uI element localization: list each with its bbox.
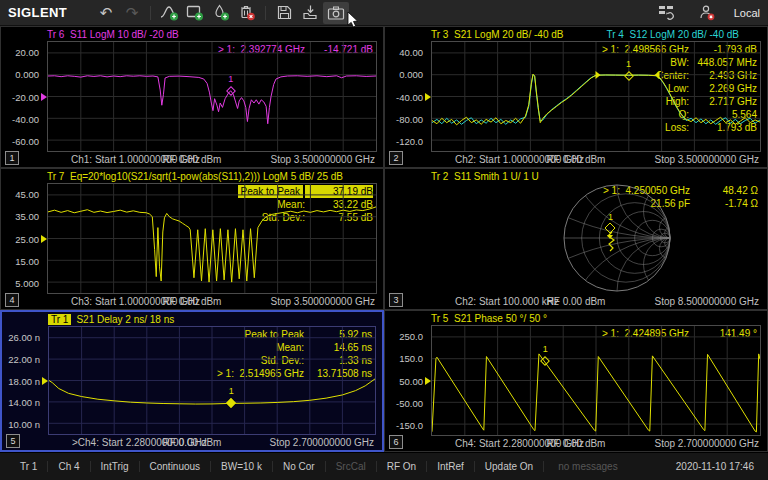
plot-area[interactable]: Peak to Peak5.92 nsMean:14.65 nsStd. Dev… <box>48 326 376 435</box>
trace-plot <box>48 42 376 151</box>
trace-title[interactable]: Tr 2 S11 Smith 1 U/ 1 U <box>431 171 539 182</box>
add-marker-icon[interactable] <box>208 2 234 24</box>
panel-footer: >Ch4: Start 2.280000000 GHzRF 0.00 dBmSt… <box>2 435 382 450</box>
plot-area[interactable]: > 1: 2.498566 GHz-1.793 dBBW:448.057 MHz… <box>431 41 761 152</box>
trace-title[interactable]: Tr 5 S21 Phase 50 °/ 50 ° <box>431 313 547 324</box>
plot-area[interactable]: > 1: 2.392774 GHz-14.721 dB 1 <box>47 41 377 152</box>
rf-power-label: RF 0.00 dBm <box>547 438 606 449</box>
y-axis-label: -120.0 <box>396 135 423 146</box>
sweep-stop-label: Stop 2.700000000 GHz <box>654 438 759 449</box>
window-number-badge[interactable]: 2 <box>389 151 403 165</box>
panel-header[interactable]: Tr 3 S21 LogM 20 dB/ -40 dBTr 4 S12 LogM… <box>385 27 767 41</box>
user-disconnect-icon[interactable] <box>694 2 720 24</box>
toolbar: SIGLENT ↶ ↷ Local <box>0 0 768 26</box>
y-axis-label: 40.00 <box>399 47 423 58</box>
y-axis-label: 0.000 <box>15 69 39 80</box>
window-number-badge[interactable]: 6 <box>389 435 403 449</box>
status-item[interactable]: Continuous <box>140 461 212 472</box>
trace-title[interactable]: S21 Delay 2 ns/ 18 ns <box>76 314 174 325</box>
plot-area[interactable]: > 1: 4.250050 GHz48.42 Ω21.56 pF-1.74 Ω … <box>431 183 761 294</box>
trace-title[interactable]: Tr 3 S21 LogM 20 dB/ -40 dB <box>431 29 563 40</box>
window-5-delay-active[interactable]: Tr 1S21 Delay 2 ns/ 18 ns 26.00 n22.00 n… <box>0 310 384 452</box>
rf-power-label: RF 0.00 dBm <box>163 296 222 307</box>
y-axis: 40.000.000-40.00-80.00-120.0 <box>385 41 431 152</box>
panel-header[interactable]: Tr 2 S11 Smith 1 U/ 1 U <box>385 169 767 183</box>
panel-footer: Ch2: Start 1.000000000 GHzRF 0.00 dBmSto… <box>385 152 767 167</box>
toolbar-separator <box>150 6 151 20</box>
window-1-s11-logmag[interactable]: Tr 6 S11 LogM 10 dB/ -20 dB 20.000.000-2… <box>0 26 384 168</box>
rf-power-label: RF 0.00 dBm <box>547 296 606 307</box>
sweep-stop-label: Stop 3.500000000 GHz <box>270 154 375 165</box>
y-axis-label: -150.0 <box>396 419 423 430</box>
local-mode-label[interactable]: Local <box>734 7 760 19</box>
marker-label: 1 <box>626 59 631 69</box>
undo-icon[interactable]: ↶ <box>93 2 119 24</box>
panel-footer: Ch2: Start 100.000 kHzRF 0.00 dBmStop 8.… <box>385 294 767 309</box>
marker-label: 1 <box>228 74 233 84</box>
status-item[interactable]: IntTrig <box>91 461 140 472</box>
window-6-phase[interactable]: Tr 5 S21 Phase 50 °/ 50 ° 250.0150.050.0… <box>384 310 768 452</box>
sweep-stop-label: Stop 3.500000000 GHz <box>654 154 759 165</box>
recall-icon[interactable] <box>297 2 323 24</box>
sweep-stop-label: Stop 3.500000000 GHz <box>270 296 375 307</box>
y-axis: 26.00 n22.00 n18.00 n14.00 n10.00 n <box>2 326 48 435</box>
trace-title[interactable]: Tr 6 S11 LogM 10 dB/ -20 dB <box>47 29 179 40</box>
bandwidth-edge-marker <box>655 71 660 79</box>
window-number-badge[interactable]: 3 <box>389 293 403 307</box>
window-number-badge[interactable]: 1 <box>5 151 19 165</box>
add-window-icon[interactable] <box>182 2 208 24</box>
y-axis-label: 250.0 <box>399 331 423 342</box>
smith-chart: 1 <box>431 183 761 294</box>
trace-title[interactable]: Tr 7 Eq=20*log10(S21/sqrt(1-pow(abs(S11)… <box>47 171 343 182</box>
panel-footer: Ch3: Start 1.000000000 GHzRF 0.00 dBmSto… <box>1 294 383 309</box>
status-item[interactable]: BW=10 k <box>211 461 273 472</box>
trace-title[interactable]: Tr 1 <box>48 314 71 325</box>
status-bar: Tr 1Ch 4IntTrigContinuousBW=10 kNo CorSr… <box>0 452 768 480</box>
y-axis-label: 15.00 <box>15 255 39 266</box>
y-axis-label: 50.00 <box>399 375 423 386</box>
rf-power-label: RF 0.00 dBm <box>163 437 222 448</box>
y-axis <box>385 183 431 294</box>
trace-title[interactable]: Tr 4 S12 LogM 20 dB/ -40 dB <box>607 29 739 40</box>
y-axis-label: 18.00 n <box>8 375 40 386</box>
y-axis-label: 0.000 <box>399 69 423 80</box>
delete-icon[interactable] <box>234 2 260 24</box>
window-number-badge[interactable]: 5 <box>6 434 20 448</box>
panel-header[interactable]: Tr 7 Eq=20*log10(S21/sqrt(1-pow(abs(S11)… <box>1 169 383 183</box>
window-3-smith-chart[interactable]: Tr 2 S11 Smith 1 U/ 1 U > 1: 4.250050 GH… <box>384 168 768 310</box>
mouse-cursor <box>347 12 358 28</box>
y-axis-label: 150.0 <box>399 353 423 364</box>
marker-label: 1 <box>229 386 234 396</box>
status-datetime: 2020-11-10 17:46 <box>676 461 758 472</box>
y-axis-label: 14.00 n <box>8 397 40 408</box>
window-number-badge[interactable]: 4 <box>5 293 19 307</box>
status-item[interactable]: Update On <box>475 461 544 472</box>
trace-plot <box>432 42 760 151</box>
window-layout-icon[interactable] <box>654 2 680 24</box>
status-item[interactable]: RF On <box>377 461 427 472</box>
panel-header[interactable]: Tr 1S21 Delay 2 ns/ 18 ns <box>2 312 382 326</box>
redo-icon[interactable]: ↷ <box>119 2 145 24</box>
screenshot-icon[interactable] <box>323 2 349 24</box>
plot-area[interactable]: Peak to Peak37.19 dBMean:33.22 dBStd. De… <box>47 183 377 294</box>
y-axis-label: 5.000 <box>15 277 39 288</box>
trace-plot <box>49 327 375 434</box>
panel-header[interactable]: Tr 5 S21 Phase 50 °/ 50 ° <box>385 311 767 325</box>
trace-plot <box>432 326 760 435</box>
panel-header[interactable]: Tr 6 S11 LogM 10 dB/ -20 dB <box>1 27 383 41</box>
status-item[interactable]: SrcCal <box>326 461 377 472</box>
status-item[interactable]: IntRef <box>427 461 475 472</box>
window-4-equation-trace[interactable]: Tr 7 Eq=20*log10(S21/sqrt(1-pow(abs(S11)… <box>0 168 384 310</box>
y-axis-label: -20.00 <box>12 91 39 102</box>
y-axis-label: -60.00 <box>12 135 39 146</box>
toolbar-separator <box>265 6 266 20</box>
save-icon[interactable] <box>271 2 297 24</box>
display-area: Tr 6 S11 LogM 10 dB/ -20 dB 20.000.000-2… <box>0 26 768 452</box>
status-item[interactable]: Ch 4 <box>48 461 90 472</box>
plot-area[interactable]: > 1: 2.424895 GHz141.49 ° 1 <box>431 325 761 436</box>
add-trace-icon[interactable] <box>156 2 182 24</box>
status-item[interactable]: Tr 1 <box>10 461 48 472</box>
status-item[interactable]: No Cor <box>273 461 326 472</box>
window-2-s21-s12-logmag[interactable]: Tr 3 S21 LogM 20 dB/ -40 dBTr 4 S12 LogM… <box>384 26 768 168</box>
bandwidth-edge-marker <box>596 71 601 79</box>
